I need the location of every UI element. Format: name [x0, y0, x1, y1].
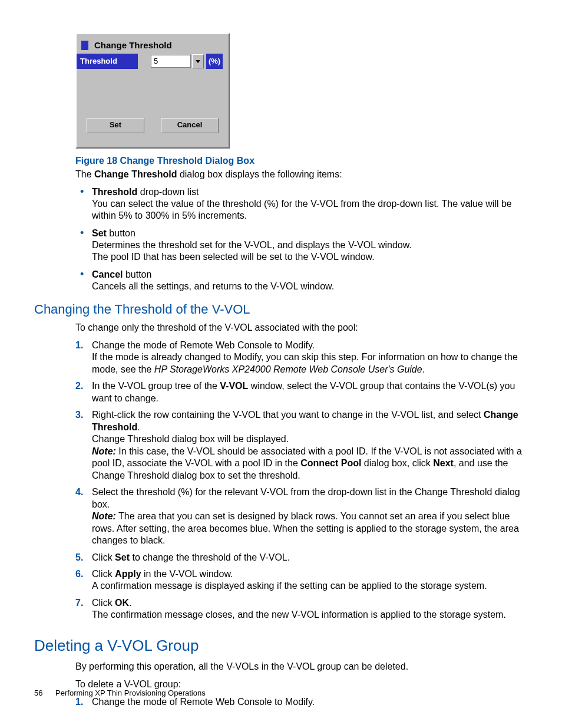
step-text: Click: [92, 552, 115, 562]
list-item: Set button Determines the threshold set …: [75, 228, 528, 263]
step-text: .: [137, 422, 140, 432]
step-1: Change the mode of Remote Web Console to…: [75, 340, 528, 375]
change-threshold-dialog: Change Threshold Threshold 5 (%) Set Can…: [75, 33, 230, 149]
step-text: The area that you can set is designed by…: [92, 511, 519, 545]
step-bold: Next: [433, 458, 454, 468]
section-intro: To change only the threshold of the V-VO…: [75, 322, 528, 334]
step-text: to change the threshold of the V-VOL.: [130, 552, 290, 562]
step-bold: Set: [115, 552, 130, 562]
step-text: Click: [92, 569, 115, 579]
step-bold: Connect Pool: [300, 458, 361, 468]
threshold-unit: (%): [206, 54, 223, 69]
intro-text-b: Change Threshold: [94, 169, 177, 179]
section-heading-deleting-vvol-group: Deleting a V-VOL Group: [34, 637, 528, 655]
step-5: Click Set to change the threshold of the…: [75, 552, 528, 564]
note-label: Note:: [92, 446, 116, 456]
svg-marker-0: [196, 60, 200, 63]
step-1: Change the mode of Remote Web Console to…: [75, 696, 528, 708]
set-button[interactable]: Set: [87, 118, 144, 133]
steps-list-delete: Change the mode of Remote Web Console to…: [75, 696, 528, 708]
item-lead-text: button: [123, 269, 151, 279]
step-text: Click: [92, 598, 115, 608]
intro-text-a: The: [75, 169, 94, 179]
intro-paragraph: The Change Threshold dialog box displays…: [75, 169, 528, 180]
step-text: in the V-VOL window.: [141, 569, 233, 579]
threshold-field: 5 (%): [138, 54, 229, 69]
item-lead-text: button: [107, 228, 135, 238]
step-text: In the V-VOL group tree of the: [92, 381, 220, 391]
threshold-input[interactable]: 5: [151, 55, 191, 68]
step-text: Select the threshold (%) for the relevan…: [92, 487, 520, 509]
step-text: Change Threshold dialog box will be disp…: [92, 434, 289, 444]
threshold-dropdown-button[interactable]: [192, 54, 204, 68]
item-lead-text: drop-down list: [137, 187, 199, 197]
intro-text-c: dialog box displays the following items:: [177, 169, 342, 179]
step-7: Click OK. The confirmation message close…: [75, 597, 528, 621]
footer-title: Performing XP Thin Provisioning Operatio…: [55, 689, 206, 697]
step-4: Select the threshold (%) for the relevan…: [75, 486, 528, 546]
step-reference: HP StorageWorks XP24000 Remote Web Conso…: [154, 364, 422, 374]
step-bold: V-VOL: [220, 381, 248, 391]
step-text: dialog box, click: [361, 458, 433, 468]
item-body: Determines the threshold set for the V-V…: [92, 240, 412, 262]
item-lead-bold: Set: [92, 228, 107, 238]
step-text: Right-click the row containing the V-VOL…: [92, 410, 484, 420]
item-lead-bold: Cancel: [92, 269, 123, 279]
paragraph: By performing this operation, all the V-…: [75, 661, 528, 673]
step-text: A confirmation message is displayed aski…: [92, 581, 487, 591]
section-heading-changing-threshold: Changing the Threshold of the V-VOL: [34, 302, 528, 317]
list-item: Cancel button Cancels all the settings, …: [75, 269, 528, 292]
dialog-title: Change Threshold: [94, 40, 172, 50]
steps-list: Change the mode of Remote Web Console to…: [75, 340, 528, 621]
step-text: The confirmation message closes, and the…: [92, 610, 506, 620]
cancel-button[interactable]: Cancel: [161, 118, 219, 133]
step-text: Change the mode of Remote Web Console to…: [92, 340, 315, 350]
step-bold: Apply: [115, 569, 141, 579]
step-text: Change the mode of Remote Web Console to…: [92, 697, 315, 707]
step-text: .: [129, 598, 131, 608]
step-text: .: [422, 364, 425, 374]
items-list: Threshold drop-down list You can select …: [75, 186, 528, 292]
dialog-title-row: Change Threshold: [77, 34, 229, 54]
page-footer: 56 Performing XP Thin Provisioning Opera…: [34, 689, 206, 697]
threshold-row: Threshold 5 (%): [77, 54, 229, 69]
figure-caption: Figure 18 Change Threshold Dialog Box: [75, 156, 528, 166]
chevron-down-icon: [196, 60, 200, 63]
item-body: Cancels all the settings, and returns to…: [92, 281, 334, 291]
step-6: Click Apply in the V-VOL window. A confi…: [75, 568, 528, 592]
threshold-label: Threshold: [77, 54, 138, 69]
step-bold: OK: [115, 598, 129, 608]
item-lead-bold: Threshold: [92, 187, 137, 197]
list-item: Threshold drop-down list You can select …: [75, 186, 528, 222]
item-body: You can select the value of the threshol…: [92, 199, 512, 220]
step-2: In the V-VOL group tree of the V-VOL win…: [75, 380, 528, 404]
title-square-icon: [81, 41, 88, 50]
step-3: Right-click the row containing the V-VOL…: [75, 409, 528, 482]
note-label: Note:: [92, 511, 116, 521]
page-number: 56: [34, 689, 42, 697]
